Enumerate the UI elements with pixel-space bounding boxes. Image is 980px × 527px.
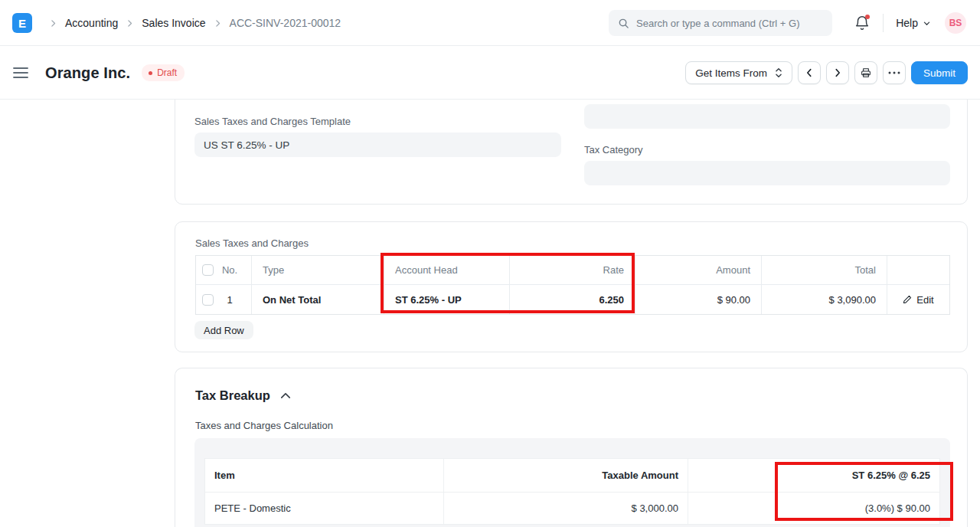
printer-icon [860, 67, 872, 79]
add-row-button[interactable]: Add Row [194, 321, 253, 339]
row-tax-value-cell: (3.0%) $ 90.00 [688, 493, 939, 524]
next-document-button[interactable] [826, 61, 849, 84]
breadcrumb-accounting[interactable]: Accounting [65, 17, 118, 29]
template-field-input[interactable]: US ST 6.25% - UP [194, 133, 561, 157]
breadcrumb-sales-invoice[interactable]: Sales Invoice [142, 17, 205, 29]
col-tax-rate-header: ST 6.25% @ 6.25 [688, 459, 939, 492]
search-placeholder: Search or type a command (Ctrl + G) [636, 18, 800, 29]
user-avatar[interactable]: BS [945, 12, 966, 34]
status-badge: Draft [142, 64, 185, 81]
taxes-section-card: Sales Taxes and Charges Template US ST 6… [175, 100, 968, 205]
tax-breakup-title: Tax Breakup [195, 388, 270, 403]
col-amount-header: Amount [635, 256, 762, 284]
row-edit-label: Edit [916, 294, 933, 306]
col-rate-header: Rate [510, 256, 635, 284]
tax-breakup-card: Tax Breakup Taxes and Charges Calculatio… [175, 368, 968, 527]
breadcrumb: Accounting Sales Invoice ACC-SINV-2021-0… [41, 17, 341, 29]
row-rate-cell[interactable]: 6.250 [510, 285, 635, 314]
row-item-cell: PETE - Domestic [205, 493, 444, 524]
notifications-bell-icon[interactable] [854, 15, 871, 31]
search-icon [618, 18, 629, 29]
navbar: E Accounting Sales Invoice ACC-SINV-2021… [0, 0, 980, 46]
tax-category-field-input[interactable] [584, 161, 950, 185]
taxes-grid: No. Type Account Head Rate Amount Total … [195, 255, 950, 315]
divider [883, 14, 884, 32]
row-edit-button[interactable]: Edit [887, 285, 949, 314]
sales-taxes-card: Sales Taxes and Charges No. Type Account… [175, 221, 968, 352]
main-content: Sales Taxes and Charges Template US ST 6… [0, 100, 980, 527]
submit-button[interactable]: Submit [911, 61, 968, 84]
taxes-grid-label: Sales Taxes and Charges [195, 237, 309, 249]
chevron-right-icon [125, 18, 135, 28]
row-type-cell[interactable]: On Net Total [252, 285, 384, 314]
breadcrumb-current-doc[interactable]: ACC-SINV-2021-00012 [230, 17, 341, 29]
previous-document-button[interactable] [798, 61, 821, 84]
select-all-checkbox[interactable] [202, 264, 214, 276]
print-button[interactable] [854, 61, 877, 84]
tax-breakup-subtitle: Taxes and Charges Calculation [195, 420, 333, 431]
col-no-header: No. [217, 264, 243, 276]
tax-breakup-table: Item Taxable Amount ST 6.25% @ 6.25 PETE… [204, 458, 940, 525]
page-title: Orange Inc. [45, 64, 130, 82]
row-checkbox[interactable] [202, 294, 214, 306]
row-total-cell[interactable]: $ 3,090.00 [762, 285, 887, 314]
global-search-input[interactable]: Search or type a command (Ctrl + G) [609, 10, 832, 36]
row-amount-cell[interactable]: $ 90.00 [635, 285, 762, 314]
taxes-grid-header-row: No. Type Account Head Rate Amount Total [196, 256, 949, 284]
help-menu[interactable]: Help [896, 17, 931, 29]
select-icon [775, 67, 782, 78]
shipping-rule-field-input[interactable] [584, 104, 950, 129]
get-items-from-label: Get Items From [695, 67, 767, 79]
chevron-left-icon [804, 67, 815, 78]
col-edit-header [887, 256, 949, 284]
menu-ellipsis-button[interactable] [883, 61, 906, 84]
col-type-header: Type [252, 256, 384, 284]
template-field-label: Sales Taxes and Charges Template [194, 116, 351, 127]
col-item-header: Item [205, 459, 444, 492]
ellipsis-icon [888, 71, 900, 74]
tax-category-field-label: Tax Category [584, 144, 643, 155]
col-total-header: Total [762, 256, 887, 284]
status-label: Draft [157, 67, 177, 78]
col-taxable-amount-header: Taxable Amount [444, 459, 688, 492]
collapse-chevron-up-icon[interactable] [280, 392, 291, 399]
help-label: Help [896, 17, 918, 29]
app-logo[interactable]: E [12, 13, 32, 33]
sidebar-toggle-icon[interactable] [13, 67, 28, 79]
col-account-head-header: Account Head [384, 256, 510, 284]
tax-breakup-row: PETE - Domestic $ 3,000.00 (3.0%) $ 90.0… [205, 492, 939, 524]
chevron-right-icon [213, 18, 223, 28]
row-taxable-amount-cell: $ 3,000.00 [444, 493, 688, 524]
page-header: Orange Inc. Draft Get Items From Submit [0, 46, 980, 100]
pencil-icon [903, 295, 912, 304]
tax-breakup-container: Item Taxable Amount ST 6.25% @ 6.25 PETE… [194, 438, 950, 527]
tax-breakup-header-row: Item Taxable Amount ST 6.25% @ 6.25 [205, 459, 939, 492]
status-dot [149, 71, 152, 75]
row-account-head-cell[interactable]: ST 6.25% - UP [384, 285, 510, 314]
taxes-grid-row: 1 On Net Total ST 6.25% - UP 6.250 $ 90.… [196, 284, 949, 314]
chevron-right-icon [48, 18, 58, 28]
chevron-right-icon [832, 67, 843, 78]
row-number: 1 [217, 294, 243, 306]
get-items-from-button[interactable]: Get Items From [685, 61, 792, 84]
chevron-down-icon [923, 19, 931, 28]
